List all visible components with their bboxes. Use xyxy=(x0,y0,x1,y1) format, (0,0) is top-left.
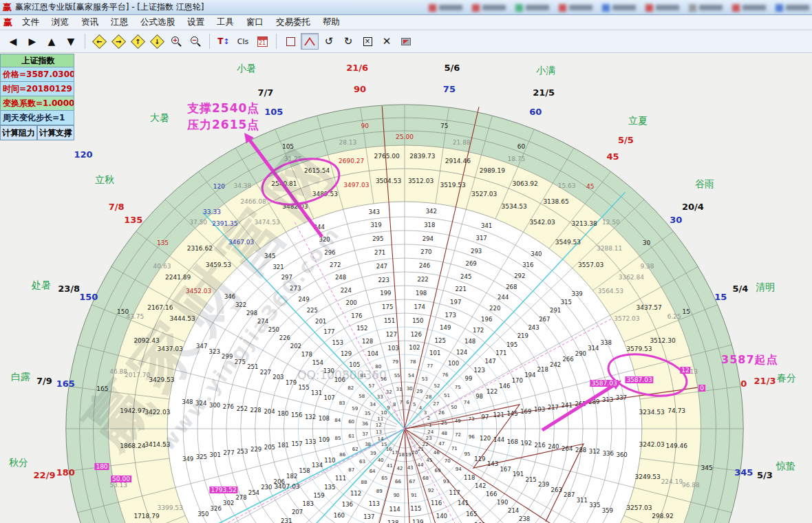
calendar-button[interactable]: 21 xyxy=(253,33,271,50)
step-left-button[interactable]: ← xyxy=(90,33,108,50)
svg-text:128: 128 xyxy=(362,338,373,345)
menu-item-3[interactable]: 江恩 xyxy=(105,15,134,30)
screen-tool-button[interactable] xyxy=(397,33,415,50)
svg-text:75: 75 xyxy=(440,122,448,129)
svg-text:28.13: 28.13 xyxy=(339,139,356,146)
svg-text:103: 103 xyxy=(387,345,398,352)
svg-text:345: 345 xyxy=(734,467,753,478)
svg-text:314: 314 xyxy=(588,345,599,352)
svg-text:23: 23 xyxy=(426,436,432,441)
menu-item-9[interactable]: 帮助 xyxy=(317,15,346,30)
svg-text:341: 341 xyxy=(481,222,492,229)
svg-text:135: 135 xyxy=(124,215,142,225)
svg-text:253: 253 xyxy=(237,448,248,455)
calc-support-button[interactable]: 计算支撑 xyxy=(37,125,74,140)
svg-text:278: 278 xyxy=(235,494,246,501)
box-x-button[interactable]: × xyxy=(359,33,376,50)
svg-text:180: 180 xyxy=(56,467,75,478)
svg-text:2615.54: 2615.54 xyxy=(304,167,330,174)
svg-text:75: 75 xyxy=(455,385,461,390)
svg-text:96: 96 xyxy=(469,434,475,440)
menu-item-5[interactable]: 设置 xyxy=(181,15,211,30)
svg-text:176: 176 xyxy=(351,312,362,319)
rotate-cw-button[interactable]: ↻ xyxy=(339,33,357,50)
svg-text:296: 296 xyxy=(324,249,335,256)
svg-text:1: 1 xyxy=(429,423,431,428)
triangle-tool-button[interactable] xyxy=(301,33,319,50)
svg-text:3534.53: 3534.53 xyxy=(502,203,527,210)
svg-text:322: 322 xyxy=(235,301,246,308)
svg-text:110: 110 xyxy=(324,457,335,464)
svg-text:131: 131 xyxy=(311,389,322,396)
zoom-in-button[interactable]: + xyxy=(167,33,185,50)
svg-text:155: 155 xyxy=(298,384,309,391)
svg-text:3557.03: 3557.03 xyxy=(578,262,603,268)
svg-text:45: 45 xyxy=(607,151,619,162)
svg-text:230: 230 xyxy=(261,484,272,491)
square-tool-button[interactable] xyxy=(281,33,299,50)
pan-right-button[interactable]: ▶ xyxy=(23,33,41,50)
svg-text:269: 269 xyxy=(465,260,476,267)
pan-down-button[interactable]: ▼ xyxy=(62,33,80,50)
svg-text:20/4: 20/4 xyxy=(682,202,704,212)
svg-text:62: 62 xyxy=(352,447,359,452)
svg-text:336: 336 xyxy=(603,450,614,457)
svg-text:64: 64 xyxy=(370,469,376,474)
svg-text:7: 7 xyxy=(399,400,402,405)
svg-text:228: 228 xyxy=(250,407,261,414)
rotate-ccw-button[interactable]: ↺ xyxy=(320,33,338,50)
highlight-badge: 50.00 xyxy=(111,476,131,482)
svg-text:147: 147 xyxy=(484,358,495,365)
svg-text:99: 99 xyxy=(465,375,473,382)
ticker-chip xyxy=(559,1,592,14)
svg-text:104: 104 xyxy=(367,350,378,357)
svg-text:335: 335 xyxy=(589,502,600,509)
pan-left-button[interactable]: ◀ xyxy=(4,33,22,50)
svg-text:273: 273 xyxy=(290,285,301,292)
svg-text:3504.53: 3504.53 xyxy=(376,178,401,184)
calc-resistance-button[interactable]: 计算阻力 xyxy=(0,125,37,140)
svg-text:204: 204 xyxy=(264,408,275,415)
collapse-center-button[interactable]: ✕ xyxy=(378,33,396,50)
svg-text:111: 111 xyxy=(335,475,346,482)
step-down-button[interactable]: ↓ xyxy=(148,33,166,50)
svg-text:40: 40 xyxy=(378,458,384,463)
pan-up-button[interactable]: ▲ xyxy=(43,33,61,50)
step-right-button[interactable]: → xyxy=(109,33,127,50)
svg-text:222: 222 xyxy=(417,276,428,283)
svg-text:立夏: 立夏 xyxy=(628,115,648,126)
svg-text:171: 171 xyxy=(495,350,506,356)
menu-item-7[interactable]: 窗口 xyxy=(240,15,270,30)
menu-item-0[interactable]: 文件 xyxy=(16,15,45,30)
svg-text:244: 244 xyxy=(498,294,509,301)
svg-text:96.88: 96.88 xyxy=(682,482,700,489)
svg-text:175: 175 xyxy=(382,303,393,310)
svg-text:192: 192 xyxy=(521,440,532,447)
menu-item-2[interactable]: 资讯 xyxy=(75,15,105,30)
menu-item-6[interactable]: 工具 xyxy=(211,15,240,30)
svg-text:194: 194 xyxy=(524,372,535,378)
svg-text:134: 134 xyxy=(312,462,323,469)
svg-text:318: 318 xyxy=(424,222,435,228)
svg-text:60: 60 xyxy=(348,419,354,425)
cls-button[interactable]: Cls xyxy=(234,33,252,50)
step-up-button[interactable]: ↑ xyxy=(129,33,147,50)
svg-text:181: 181 xyxy=(278,442,289,449)
menu-item-1[interactable]: 浏览 xyxy=(45,15,75,30)
svg-text:121: 121 xyxy=(493,412,504,418)
blurred-ticker-strip xyxy=(429,1,809,14)
menu-item-8[interactable]: 交易委托 xyxy=(270,15,317,30)
sort-updown-button[interactable]: T↕ xyxy=(215,33,233,50)
svg-text:1942.97: 1942.97 xyxy=(120,407,145,414)
svg-text:129: 129 xyxy=(341,350,352,357)
svg-text:291: 291 xyxy=(550,307,561,314)
svg-text:3399.53: 3399.53 xyxy=(157,504,182,511)
menu-item-4[interactable]: 公式选股 xyxy=(134,15,181,30)
svg-text:101: 101 xyxy=(429,350,440,356)
toolbar: ◀▶▲▼←→↑↓+−T↕Cls21↺↻×✕ xyxy=(0,30,812,53)
zoom-out-button[interactable]: − xyxy=(186,33,204,50)
svg-text:3414.53: 3414.53 xyxy=(145,441,170,448)
svg-text:82: 82 xyxy=(348,385,354,391)
svg-text:178: 178 xyxy=(301,351,312,358)
svg-text:251: 251 xyxy=(247,363,258,370)
